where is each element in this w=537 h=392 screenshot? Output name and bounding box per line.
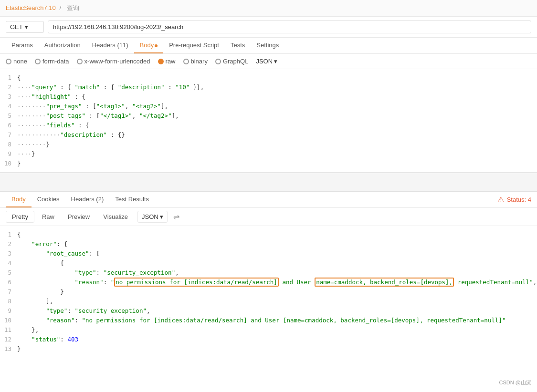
format-none-label: none [13, 58, 27, 65]
resp-btn-preview[interactable]: Preview [62, 211, 95, 222]
format-bar: none form-data x-www-form-urlencoded raw… [0, 54, 537, 69]
request-tabs: Params Authorization Headers (11) Body P… [0, 38, 537, 54]
tab-headers[interactable]: Headers (11) [86, 38, 134, 53]
method-label: GET [10, 23, 23, 31]
req-line-2: 2 ····"query" : { "match" : { "descripti… [0, 83, 537, 92]
format-binary[interactable]: binary [183, 58, 208, 65]
tab-headers-label: Headers (11) [92, 41, 128, 49]
format-urlencoded-label: x-www-form-urlencoded [84, 58, 150, 65]
radio-binary [183, 59, 189, 64]
resp-tab-test-results[interactable]: Test Results [109, 192, 155, 207]
resp-line-3: 3 "root_cause": [ [0, 249, 537, 258]
req-line-10: 10 } [0, 159, 537, 168]
format-raw[interactable]: raw [158, 58, 176, 65]
resp-line-12: 12 "status": 403 [0, 335, 537, 344]
resp-tab-cookies[interactable]: Cookies [32, 192, 65, 207]
resp-btn-visualize[interactable]: Visualize [97, 211, 134, 222]
resp-line-2: 2 "error": { [0, 239, 537, 249]
request-code-editor[interactable]: 1 { 2 ····"query" : { "match" : { "descr… [0, 69, 537, 173]
resp-json-label: JSON [142, 213, 158, 220]
status-text: Status: 4 [507, 196, 531, 203]
format-graphql[interactable]: GraphQL [215, 58, 248, 65]
resp-tab-headers-label: Headers (2) [71, 196, 104, 203]
url-bar: GET ▾ [0, 17, 537, 38]
req-line-4: 4 ········"pre_tags" : ["<tag1>", "<tag2… [0, 102, 537, 111]
divider [0, 173, 537, 192]
req-line-1: 1 { [0, 73, 537, 83]
req-line-3: 3 ····"highlight" : { [0, 92, 537, 102]
resp-tab-cookies-label: Cookies [37, 196, 60, 203]
chevron-down-icon: ▾ [160, 213, 163, 220]
resp-tab-test-results-label: Test Results [115, 196, 149, 203]
resp-line-13: 13 } [0, 344, 537, 354]
tab-settings[interactable]: Settings [251, 38, 284, 53]
status-error-icon: ⚠ [497, 195, 504, 204]
resp-line-9: 9 "type": "security_exception", [0, 306, 537, 316]
format-none[interactable]: none [6, 58, 27, 65]
resp-btn-pretty[interactable]: Pretty [6, 211, 34, 223]
req-line-9: 9 ····} [0, 149, 537, 159]
breadcrumb-page: 查询 [67, 4, 79, 11]
status-badge: ⚠ Status: 4 [497, 195, 531, 204]
resp-tab-body-label: Body [11, 196, 26, 203]
resp-line-5: 5 "type": "security_exception", [0, 268, 537, 278]
radio-graphql [215, 59, 221, 64]
resp-line-1: 1 { [0, 230, 537, 239]
format-form-data-label: form-data [42, 58, 69, 65]
format-form-data[interactable]: form-data [35, 58, 69, 65]
tab-body[interactable]: Body [134, 38, 164, 53]
chevron-down-icon: ▾ [25, 23, 28, 31]
resp-line-7: 7 } [0, 287, 537, 297]
resp-line-11: 11 }, [0, 325, 537, 335]
radio-raw [158, 59, 164, 64]
response-tabs: Body Cookies Headers (2) Test Results ⚠ … [0, 192, 537, 208]
method-selector[interactable]: GET ▾ [6, 21, 44, 33]
req-line-7: 7 ············"description" : {} [0, 130, 537, 140]
breadcrumb: ElasticSearch7.10 / 查询 [0, 0, 537, 17]
resp-line-8: 8 ], [0, 297, 537, 306]
breadcrumb-separator: / [59, 4, 63, 11]
response-code-editor[interactable]: 1 { 2 "error": { 3 "root_cause": [ 4 { 5… [0, 226, 537, 358]
resp-json-selector[interactable]: JSON ▾ [137, 211, 168, 223]
req-line-8: 8 ········} [0, 140, 537, 149]
tab-params-label: Params [11, 41, 33, 49]
filter-icon[interactable]: ⇌ [173, 212, 179, 221]
resp-line-10: 10 "reason": "no permissions for [indice… [0, 316, 537, 325]
format-raw-label: raw [166, 58, 176, 65]
tab-params[interactable]: Params [6, 38, 39, 53]
tab-pre-request-label: Pre-request Script [169, 41, 219, 49]
resp-line-6: 6 "reason": "no permissions for [indices… [0, 278, 537, 287]
format-urlencoded[interactable]: x-www-form-urlencoded [77, 58, 150, 65]
radio-none [6, 59, 11, 64]
format-graphql-label: GraphQL [223, 58, 248, 65]
tab-tests[interactable]: Tests [225, 38, 251, 53]
highlight-box-1: no permissions for [indices:data/read/se… [114, 278, 279, 287]
tab-body-label: Body [140, 41, 154, 49]
json-type-selector[interactable]: JSON ▾ [256, 58, 277, 65]
tab-pre-request[interactable]: Pre-request Script [163, 38, 225, 53]
resp-tab-body[interactable]: Body [6, 192, 32, 207]
resp-line-4: 4 { [0, 258, 537, 268]
tab-settings-label: Settings [256, 41, 279, 49]
req-line-6: 6 ········"fields" : { [0, 121, 537, 130]
chevron-down-icon: ▾ [274, 58, 277, 65]
resp-tab-headers[interactable]: Headers (2) [65, 192, 110, 207]
highlight-box-2: name=cmaddock, backend_roles=[devops], [315, 278, 454, 287]
req-line-5: 5 ········"post_tags" : ["</tag1>", "</t… [0, 111, 537, 121]
url-input[interactable] [48, 21, 531, 33]
resp-btn-raw[interactable]: Raw [36, 211, 60, 222]
tab-authorization[interactable]: Authorization [39, 38, 86, 53]
json-type-label: JSON [256, 58, 273, 65]
breadcrumb-app[interactable]: ElasticSearch7.10 [6, 4, 56, 11]
format-binary-label: binary [191, 58, 208, 65]
response-section: Body Cookies Headers (2) Test Results ⚠ … [0, 192, 537, 358]
radio-urlencoded [77, 59, 83, 64]
tab-authorization-label: Authorization [44, 41, 81, 49]
tab-tests-label: Tests [231, 41, 245, 49]
tab-body-dot [155, 44, 158, 47]
resp-format-bar: Pretty Raw Preview Visualize JSON ▾ ⇌ [0, 208, 537, 226]
radio-form-data [35, 59, 41, 64]
